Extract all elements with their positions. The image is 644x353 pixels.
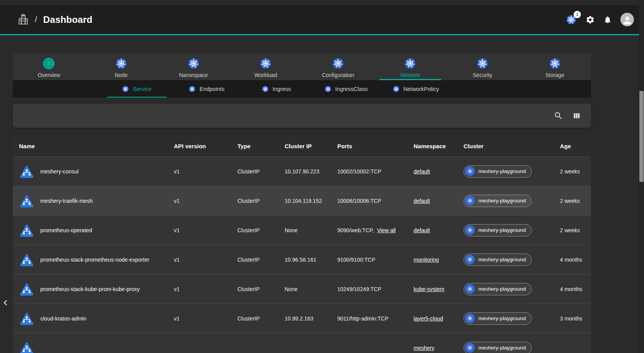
dashboard-content: OverviewNodeNamespaceWorkloadConfigurati… bbox=[13, 53, 591, 353]
subtab-endpoints[interactable]: Endpoints bbox=[172, 80, 241, 98]
tab-network[interactable]: Network bbox=[374, 53, 447, 80]
age-cell: 4 months bbox=[560, 257, 591, 263]
cluster-ip-cell: None bbox=[285, 286, 337, 292]
kubernetes-icon bbox=[259, 57, 272, 70]
kubernetes-icon bbox=[465, 166, 475, 176]
organization-building-icon[interactable] bbox=[18, 14, 29, 26]
app-header: / Dashboard 1 bbox=[0, 5, 644, 34]
tab-security[interactable]: Security bbox=[447, 53, 519, 80]
cluster-cell: meshery-playground bbox=[464, 165, 560, 178]
person-icon bbox=[622, 15, 633, 26]
column-header-cluster[interactable]: Cluster bbox=[464, 143, 560, 149]
namespace-link[interactable]: default bbox=[414, 168, 430, 175]
table-row[interactable]: meshery-consulv1ClusterIP10.107.90.22310… bbox=[13, 156, 591, 186]
column-header-cluster-ip[interactable]: Cluster IP bbox=[285, 143, 337, 149]
search-button[interactable] bbox=[554, 111, 563, 120]
cluster-chip-label: meshery-playground bbox=[478, 227, 526, 233]
kubernetes-context-button[interactable]: 1 bbox=[565, 14, 577, 26]
service-name: prometheus-operated bbox=[40, 227, 92, 233]
api-version-cell: v1 bbox=[174, 286, 237, 292]
age-cell: 2 weeks bbox=[560, 227, 591, 233]
service-icon bbox=[19, 311, 34, 326]
namespace-link[interactable]: default bbox=[414, 198, 430, 204]
type-cell: ClusterIP bbox=[237, 315, 285, 322]
kubernetes-icon bbox=[331, 57, 345, 70]
subtab-label: Ingress bbox=[273, 86, 291, 92]
subtab-networkpolicy[interactable]: NetworkPolicy bbox=[381, 80, 450, 98]
namespace-cell: kube-system bbox=[414, 286, 464, 292]
app-window: / Dashboard 1 OverviewNodeNamespaceWorkl… bbox=[0, 0, 644, 353]
subtab-ingress[interactable]: Ingress bbox=[241, 80, 311, 98]
view-columns-button[interactable] bbox=[572, 111, 581, 120]
table-row[interactable]: cloud-kratos-adminv1ClusterIP10.99.2.163… bbox=[13, 303, 591, 333]
column-header-type[interactable]: Type bbox=[237, 143, 285, 149]
kubernetes-icon bbox=[122, 85, 129, 93]
notifications-button[interactable] bbox=[603, 15, 612, 24]
column-header-namespace[interactable]: Namespace bbox=[414, 143, 464, 149]
api-version-cell: v1 bbox=[174, 198, 237, 204]
tab-configuration[interactable]: Configuration bbox=[302, 53, 374, 80]
cluster-chip[interactable]: meshery-playground bbox=[464, 283, 532, 295]
name-cell: meshery-consul bbox=[19, 164, 174, 179]
cluster-chip[interactable]: meshery-playground bbox=[464, 195, 532, 207]
column-header-ports[interactable]: Ports bbox=[337, 143, 414, 149]
cluster-chip-label: meshery-playground bbox=[478, 257, 526, 262]
kubernetes-icon bbox=[465, 196, 475, 206]
namespace-link[interactable]: monitoring bbox=[414, 257, 439, 263]
kubernetes-icon bbox=[548, 57, 562, 70]
type-cell: ClusterIP bbox=[237, 286, 285, 292]
window-scrollbar[interactable] bbox=[639, 0, 644, 353]
table-row[interactable]: prometheus-operatedv1ClusterIPNone9090/w… bbox=[13, 215, 591, 245]
cluster-chip[interactable]: meshery-playground bbox=[464, 342, 532, 353]
subtab-label: Service bbox=[133, 86, 151, 92]
namespace-link[interactable]: kube-system bbox=[414, 286, 444, 292]
age-cell: 4 months bbox=[560, 286, 591, 292]
api-version-cell: v1 bbox=[174, 315, 237, 322]
drawer-collapse-button[interactable] bbox=[0, 297, 11, 309]
view-all-link[interactable]: View all bbox=[377, 227, 396, 233]
service-icon bbox=[19, 281, 34, 297]
namespace-cell: default bbox=[414, 198, 464, 204]
table-row[interactable]: prometheus-stack-prometheus-node-exporte… bbox=[13, 245, 591, 274]
settings-button[interactable] bbox=[586, 15, 595, 24]
scrollbar-thumb[interactable] bbox=[639, 91, 644, 182]
namespace-link[interactable]: default bbox=[414, 227, 430, 233]
table-row[interactable]: prometheus-stack-kube-prom-kube-proxyv1C… bbox=[13, 274, 591, 303]
table-toolbar bbox=[13, 104, 591, 128]
subtab-service[interactable]: Service bbox=[102, 80, 172, 98]
table-row[interactable]: mesherymeshery-playground bbox=[13, 333, 591, 353]
ports-value: 9011/http-admin:TCP bbox=[337, 315, 388, 322]
bell-icon bbox=[603, 15, 612, 24]
kubernetes-icon bbox=[324, 85, 332, 93]
tab-storage[interactable]: Storage bbox=[519, 53, 591, 80]
service-icon bbox=[19, 223, 34, 238]
namespace-link[interactable]: layer5-cloud bbox=[414, 315, 443, 322]
cluster-cell: meshery-playground bbox=[464, 195, 560, 207]
tab-namespace[interactable]: Namespace bbox=[157, 53, 230, 80]
api-version-cell: v1 bbox=[174, 227, 237, 233]
kubernetes-icon bbox=[187, 57, 200, 70]
tab-label: Security bbox=[473, 72, 493, 78]
kubernetes-icon bbox=[465, 343, 475, 353]
page-title: Dashboard bbox=[43, 14, 93, 25]
type-cell: ClusterIP bbox=[237, 198, 285, 204]
column-header-api-version[interactable]: API version bbox=[174, 143, 237, 149]
subtab-ingressclass[interactable]: IngressClass bbox=[311, 80, 381, 98]
tab-overview[interactable]: Overview bbox=[13, 53, 85, 80]
cluster-chip[interactable]: meshery-playground bbox=[464, 224, 532, 236]
type-cell: ClusterIP bbox=[237, 257, 285, 263]
user-avatar[interactable] bbox=[620, 13, 634, 26]
cluster-chip[interactable]: meshery-playground bbox=[464, 312, 532, 325]
tab-node[interactable]: Node bbox=[85, 53, 158, 80]
name-cell: prometheus-stack-kube-prom-kube-proxy bbox=[19, 281, 174, 297]
cluster-chip[interactable]: meshery-playground bbox=[464, 165, 532, 178]
column-header-name[interactable]: Name bbox=[19, 143, 174, 149]
api-version-cell: v1 bbox=[174, 257, 237, 263]
tab-workload[interactable]: Workload bbox=[230, 53, 302, 80]
cluster-chip[interactable]: meshery-playground bbox=[464, 254, 532, 266]
network-resource-tabs: ServiceEndpointsIngressIngressClassNetwo… bbox=[13, 80, 591, 98]
column-header-age[interactable]: Age bbox=[560, 143, 591, 149]
table-row[interactable]: meshery-traefik-meshv1ClusterIP10.104.11… bbox=[13, 186, 591, 215]
age-cell: 2 weeks bbox=[560, 168, 591, 175]
namespace-link[interactable]: meshery bbox=[414, 345, 434, 351]
